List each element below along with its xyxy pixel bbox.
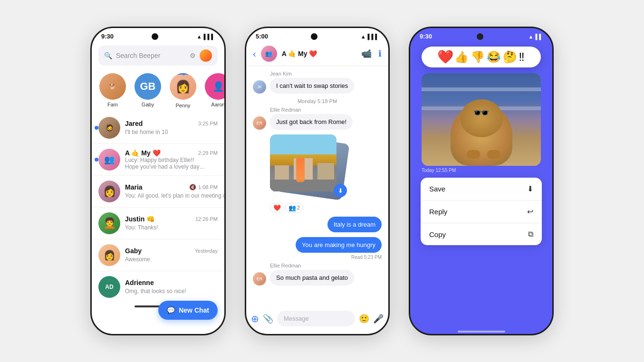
chat-item-adrienne[interactable]: AD Adrienne Omg, that looks so nice!	[92, 271, 224, 303]
story-label-fam: Fam	[107, 102, 118, 107]
message-input[interactable]: Message	[277, 311, 355, 326]
sender-name-ellie-2: Ellie Redman	[270, 263, 382, 268]
reaction-thumbsdown-btn[interactable]: 👎	[471, 50, 485, 64]
chat-preview-adrienne: Omg, that looks so nice!	[125, 288, 186, 295]
search-input[interactable]: Search Beeper	[116, 52, 186, 59]
gear-icon[interactable]: ⚙	[190, 52, 196, 59]
p3-content: ❤️ 👍 👎 😂 🤔 ‼️ 🕶️ Today 12:55 PM	[410, 42, 552, 328]
chat-preview-justin: You: Thanks!	[125, 224, 158, 231]
chat-item-jared[interactable]: 🧔 Jared 3:25 PM I'll be home in 10	[92, 112, 224, 144]
status-icons-2: ▲ ▌▌▌	[361, 34, 379, 39]
phone-2: 5:00 ▲ ▌▌▌ ‹ 👥 A 🤙 My ❤️ 📹 ℹ Jean Kim JK…	[245, 27, 390, 335]
story-item-penny[interactable]: 👩 Welcome toblue bubbles! Penny	[169, 73, 197, 108]
time-3: 9:30	[420, 33, 432, 40]
context-menu: Save ⬇ Reply ↩ Copy ⧉	[421, 178, 542, 245]
chat-time-a-my: 2:29 PM	[198, 150, 218, 156]
chat-item-gaby[interactable]: 👩 Gaby Yesterday Awesome.	[92, 239, 224, 271]
msg-bubble-ellie-1: Just got back from Rome!	[270, 114, 353, 130]
camera-notch-2	[311, 33, 317, 40]
info-icon[interactable]: ℹ	[378, 48, 382, 59]
chat-avatar-justin: 🧑‍🦱	[98, 212, 120, 234]
signal-icon-3: ▌▌	[535, 34, 543, 39]
save-label: Save	[429, 185, 445, 193]
wifi-icon-2: ▲	[361, 34, 366, 39]
context-copy[interactable]: Copy ⧉	[421, 223, 542, 245]
reaction-heart[interactable]: ❤️	[270, 203, 284, 213]
status-icons-3: ▲ ▌▌	[529, 34, 543, 39]
attachment-icon[interactable]: 📎	[263, 314, 273, 324]
chat-info-jared: Jared 3:25 PM I'll be home in 10	[125, 120, 218, 136]
time-1: 9:30	[101, 33, 114, 40]
camera-notch-3	[477, 33, 483, 40]
chat-item-a-my[interactable]: 👥 A 🤙 My ❤️ 2:29 PM Lucy: Happy birthday…	[92, 144, 224, 176]
story-item-aaron[interactable]: 👤 Aaron	[204, 73, 224, 108]
reaction-people[interactable]: 👥2	[285, 203, 303, 213]
chat-time-justin: 12:26 PM	[195, 216, 218, 222]
story-item-gaby[interactable]: GB Gaby	[134, 73, 162, 108]
sender-name-ellie-1: Ellie Redman	[270, 107, 382, 113]
reaction-thumbsup-btn[interactable]: 👍	[454, 50, 469, 64]
chat-list: 🧔 Jared 3:25 PM I'll be home in 10 👥 A 🤙…	[92, 112, 224, 303]
msg-bubble-sent-2: You are making me hungry	[296, 237, 382, 253]
chat-preview-jared: I'll be home in 10	[125, 129, 168, 135]
context-save[interactable]: Save ⬇	[421, 178, 542, 200]
reaction-think-btn[interactable]: 🤔	[503, 50, 517, 64]
add-icon[interactable]: ⊕	[251, 313, 259, 324]
status-icons-1: ▲ ▌▌▌	[197, 34, 215, 39]
context-reply[interactable]: Reply ↩	[421, 200, 542, 223]
chat-preview-gaby: Awesome.	[125, 256, 152, 263]
reaction-heart-btn[interactable]: ❤️	[437, 49, 453, 65]
signal-icon: ▌▌▌	[204, 34, 215, 39]
msg-avatar-ellie-2: ER	[253, 272, 266, 286]
msg-row-ellie-2: ER So much pasta and gelato	[253, 270, 382, 286]
chat-info-adrienne: Adrienne Omg, that looks so nice!	[125, 279, 218, 295]
back-button[interactable]: ‹	[253, 48, 256, 59]
save-icon: ⬇	[527, 184, 533, 193]
time-2: 5:00	[256, 33, 268, 40]
story-avatar-aaron: 👤	[205, 73, 224, 100]
download-button[interactable]: ⬇	[334, 184, 347, 197]
chat-name-gaby: Gaby	[125, 247, 142, 255]
date-divider: Monday 5:18 PM	[253, 98, 382, 104]
msg-text-jean: I can't wait to swap stories	[276, 82, 348, 89]
story-avatar-fam: 🐕	[99, 73, 126, 100]
chat-header: ‹ 👥 A 🤙 My ❤️ 📹 ℹ	[246, 42, 388, 66]
chat-info-maria: Maria 🔇 1:08 PM You: All good, let's pla…	[125, 183, 218, 200]
video-call-icon[interactable]: 📹	[361, 48, 372, 59]
home-indicator-3	[458, 331, 505, 333]
story-item-fam[interactable]: 🐕 Fam	[98, 73, 127, 108]
tooltip-penny: Welcome toblue bubbles!	[170, 73, 196, 75]
user-avatar[interactable]	[200, 49, 212, 62]
message-area: Jean Kim JK I can't wait to swap stories…	[246, 66, 388, 313]
chat-avatar-maria: 👩	[98, 181, 120, 202]
chat-item-maria[interactable]: 👩 Maria 🔇 1:08 PM You: All good, let's p…	[92, 176, 224, 208]
story-label-aaron: Aaron	[211, 102, 224, 107]
status-bar-2: 5:00 ▲ ▌▌▌	[246, 28, 388, 42]
microphone-icon[interactable]: 🎤	[373, 314, 384, 324]
story-label-gaby: Gaby	[142, 102, 154, 107]
chat-time-maria: 1:08 PM	[198, 184, 218, 190]
chat-avatar-gaby: 👩	[98, 244, 120, 266]
copy-icon: ⧉	[528, 230, 533, 238]
unread-indicator-jared	[95, 126, 98, 130]
new-chat-icon: 💬	[167, 306, 175, 314]
chat-preview-a-my: Lucy: Happy birthday Ellie!! Hope you've…	[125, 157, 206, 170]
reaction-exclaim-btn[interactable]: ‼️	[519, 50, 525, 64]
reaction-laugh-btn[interactable]: 😂	[487, 50, 501, 64]
msg-bubble-ellie-2: So much pasta and gelato	[270, 270, 354, 286]
reply-icon: ↩	[527, 207, 533, 216]
chat-time-gaby: Yesterday	[194, 248, 218, 254]
new-chat-button[interactable]: 💬 New Chat	[158, 301, 218, 320]
chat-item-justin[interactable]: 🧑‍🦱 Justin 👊 12:26 PM You: Thanks!	[92, 208, 224, 239]
msg-row-sent-2: You are making me hungry	[253, 237, 382, 253]
input-placeholder: Message	[284, 315, 309, 322]
camera-notch-1	[152, 33, 158, 40]
emoji-icon[interactable]: 🙂	[359, 314, 369, 324]
reply-label: Reply	[429, 208, 447, 216]
search-bar[interactable]: 🔍 Search Beeper ⚙	[98, 46, 218, 66]
image-card-front	[270, 134, 336, 191]
read-receipt: Read 5:23 PM	[253, 255, 382, 260]
copy-label: Copy	[429, 230, 446, 238]
gaby-initials: GB	[140, 80, 156, 93]
status-bar-3: 9:30 ▲ ▌▌	[410, 28, 552, 42]
